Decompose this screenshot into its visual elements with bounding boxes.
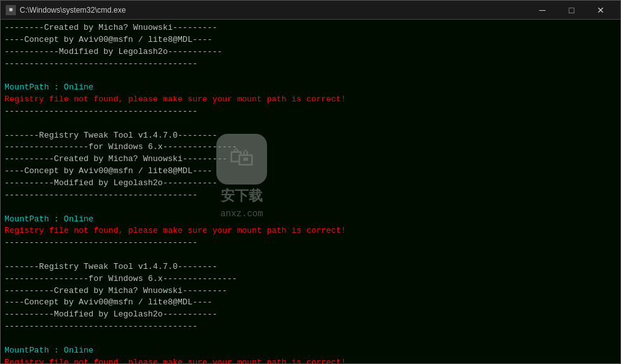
- terminal-output[interactable]: --------Created by Micha? Wnuowski------…: [1, 20, 620, 363]
- block3-line4: ----Concept by Aviv00@msfn / lite8@MDL--…: [4, 297, 617, 309]
- block3-line3: ----------Created by Micha? Wnuowski----…: [4, 285, 617, 297]
- block2-line1: -------Registry Tweak Tool v1.4.7.0-----…: [4, 130, 617, 142]
- error2: Registry file not found, please make sur…: [4, 225, 617, 237]
- close-button[interactable]: ✕: [586, 1, 615, 20]
- block2-line3: ----------Created by Micha? Wnuowski----…: [4, 153, 617, 166]
- error3: Registry file not found, please make sur…: [4, 357, 617, 363]
- block2-line4: ----Concept by Aviv00@msfn / lite8@MDL--…: [4, 166, 617, 178]
- separator4: ---------------------------------------: [4, 237, 617, 249]
- blank4: [4, 249, 617, 261]
- mountpath-label2: MountPath : Online: [4, 214, 93, 224]
- separator3: ---------------------------------------: [4, 190, 617, 202]
- mountpath1: MountPath : Online: [4, 82, 617, 94]
- window: ■ C:\Windows\system32\cmd.exe ─ □ ✕ ----…: [0, 0, 621, 364]
- block1-line1: --------Created by Micha? Wnuowski------…: [4, 22, 617, 34]
- separator2: ---------------------------------------: [4, 106, 617, 118]
- titlebar: ■ C:\Windows\system32\cmd.exe ─ □ ✕: [1, 1, 620, 20]
- block3-line1: -------Registry Tweak Tool v1.4.7.0-----…: [4, 261, 617, 273]
- error1: Registry file not found, please make sur…: [4, 94, 617, 106]
- mountpath2: MountPath : Online: [4, 214, 617, 226]
- separator1: ---------------------------------------: [4, 58, 617, 70]
- mountpath3: MountPath : Online: [4, 345, 617, 357]
- minimize-button[interactable]: ─: [528, 1, 557, 20]
- window-title: C:\Windows\system32\cmd.exe: [20, 6, 126, 15]
- blank2: [4, 118, 617, 130]
- mountpath-label1: MountPath : Online: [4, 82, 93, 92]
- maximize-button[interactable]: □: [557, 1, 586, 20]
- block1-line3: -----------Modified by Legolash2o-------…: [4, 46, 617, 58]
- block2-line2: -----------------for Windows 6.x--------…: [4, 141, 617, 153]
- separator5: ---------------------------------------: [4, 321, 617, 333]
- blank5: [4, 333, 617, 345]
- mountpath-label3: MountPath : Online: [4, 346, 93, 355]
- block1-line2: ----Concept by Aviv00@msfn / lite8@MDL--…: [4, 34, 617, 46]
- block3-line5: ----------Modified by Legolash2o--------…: [4, 309, 617, 321]
- titlebar-left: ■ C:\Windows\system32\cmd.exe: [6, 5, 126, 15]
- blank1: [4, 70, 617, 82]
- block2-line5: ----------Modified by Legolash2o--------…: [4, 178, 617, 190]
- titlebar-buttons[interactable]: ─ □ ✕: [528, 1, 615, 20]
- blank3: [4, 202, 617, 214]
- block3-line2: -----------------for Windows 6.x--------…: [4, 273, 617, 285]
- cmd-icon: ■: [6, 5, 16, 15]
